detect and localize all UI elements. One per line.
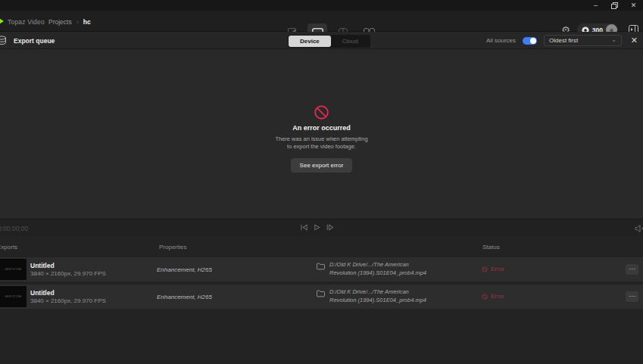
column-header-status: Status	[482, 244, 500, 250]
export-resolution-fps: 3840 × 2160px, 29.970 FPS	[30, 270, 106, 277]
restore-button[interactable]	[605, 0, 624, 11]
error-title: An error occurred	[292, 124, 351, 132]
window-title-bar: – ✕	[0, 0, 643, 11]
previous-frame-button[interactable]	[300, 223, 308, 232]
status-error-icon	[482, 266, 488, 272]
chevron-down-icon: ⌄	[611, 36, 616, 43]
volume-button[interactable]	[635, 224, 643, 235]
exports-table: Exports Properties Status GREYSTONE Unti…	[0, 236, 643, 364]
folder-icon	[317, 263, 325, 270]
restore-icon	[611, 2, 618, 9]
thumbnail-title-card-text: GREYSTONE	[5, 268, 21, 270]
export-status: Error	[482, 293, 504, 300]
export-properties: Enhancement, H265	[157, 266, 212, 273]
export-queue-stack-icon	[0, 36, 7, 47]
breadcrumb-projects[interactable]: Projects	[48, 18, 72, 26]
export-row[interactable]: GREYSTONE Untitled 3840 × 2160px, 29.970…	[0, 257, 643, 282]
prohibition-error-icon	[314, 104, 329, 120]
export-thumbnail: GREYSTONE	[0, 259, 27, 280]
topaz-logo-icon	[0, 17, 4, 26]
window-controls: – ✕	[586, 0, 643, 11]
export-status: Error	[482, 266, 504, 272]
row-options-button[interactable]: ⋯	[626, 264, 638, 275]
queue-bar-right-cluster: All sources Oldest first ⌄	[486, 35, 622, 46]
export-row[interactable]: GREYSTONE Untitled 3840 × 2160px, 29.970…	[0, 285, 643, 309]
row-options-button[interactable]: ⋯	[626, 291, 638, 302]
close-window-button[interactable]: ✕	[624, 0, 643, 11]
thumbnail-title-card-text: GREYSTONE	[5, 295, 21, 297]
folder-icon	[317, 290, 325, 297]
export-file-path: D:/Old K Drive/.../The American Revoluti…	[329, 261, 426, 277]
app-header: Topaz Video Projects › hc	[0, 11, 643, 32]
next-frame-button[interactable]	[326, 223, 334, 232]
breadcrumb-chevron-icon: ›	[76, 18, 79, 26]
timeline-bar: 0:00:00;00	[0, 219, 643, 236]
export-file: D:/Old K Drive/.../The American Revoluti…	[317, 288, 426, 304]
tab-device[interactable]: Device	[289, 36, 331, 47]
transport-controls	[300, 223, 334, 232]
all-sources-toggle[interactable]	[523, 37, 537, 45]
toggle-knob	[530, 38, 536, 44]
export-queue-bar: Export queue Device Cloud All sources Ol…	[0, 32, 643, 49]
export-file-path: D:/Old K Drive/.../The American Revoluti…	[329, 288, 426, 304]
error-message: There was an issue when attempting to ex…	[273, 135, 370, 151]
device-cloud-segmented-control: Device Cloud	[288, 35, 370, 48]
all-sources-label: All sources	[486, 37, 516, 44]
preview-viewer: An error occurred There was an issue whe…	[0, 49, 643, 219]
export-queue-title: Export queue	[14, 37, 55, 45]
play-button[interactable]	[313, 223, 321, 232]
export-properties: Enhancement, H265	[157, 294, 212, 300]
close-export-queue-button[interactable]: ✕	[631, 36, 638, 45]
export-file: D:/Old K Drive/.../The American Revoluti…	[317, 261, 426, 277]
timecode-display: 0:00:00;00	[0, 225, 28, 232]
export-error-panel: An error occurred There was an issue whe…	[0, 104, 643, 173]
see-export-error-button[interactable]: See export error	[291, 158, 353, 173]
tab-cloud[interactable]: Cloud	[331, 36, 370, 47]
export-resolution-fps: 3840 × 2160px, 29.970 FPS	[30, 297, 106, 304]
status-error-label: Error	[491, 266, 504, 272]
exports-table-header: Exports Properties Status	[0, 236, 643, 257]
export-title: Untitled	[30, 289, 55, 297]
sort-order-dropdown[interactable]: Oldest first ⌄	[544, 35, 622, 46]
export-thumbnail: GREYSTONE	[0, 286, 27, 307]
column-header-exports: Exports	[0, 244, 17, 250]
sort-order-value: Oldest first	[549, 37, 578, 44]
speaker-icon	[635, 224, 643, 233]
status-error-icon	[482, 294, 488, 300]
breadcrumb: Projects › hc	[48, 18, 91, 26]
brand-name: Topaz Video	[8, 18, 45, 26]
breadcrumb-current: hc	[83, 18, 91, 26]
export-title: Untitled	[30, 262, 55, 269]
column-header-properties: Properties	[159, 244, 186, 250]
app-window: – ✕ Topaz Video Projects › hc	[0, 0, 643, 364]
minimize-button[interactable]: –	[586, 0, 605, 11]
status-error-label: Error	[491, 293, 504, 300]
